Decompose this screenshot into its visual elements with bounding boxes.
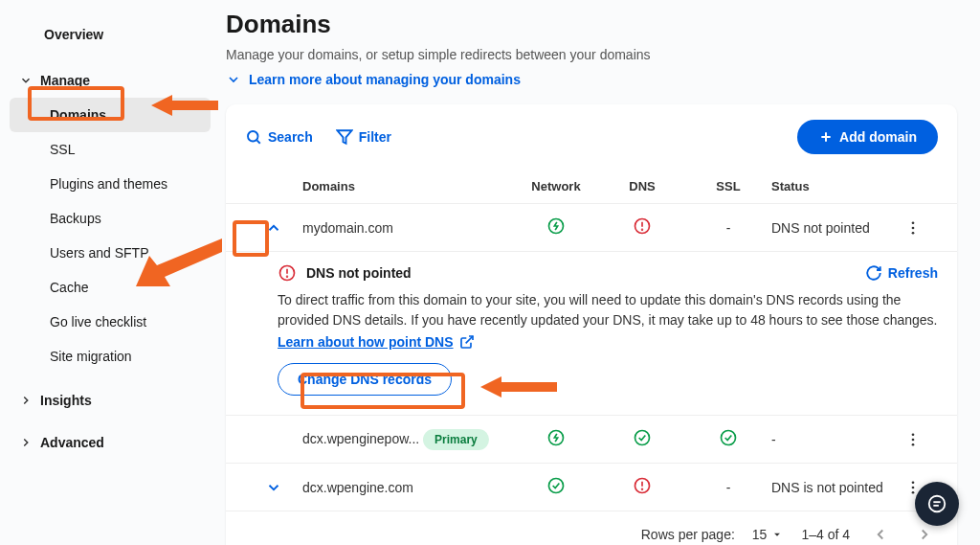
ssl-status (685, 428, 771, 450)
table-row: dcx.wpengine.com - DNS is not pointed (226, 463, 957, 511)
learn-more-link[interactable]: Learn more about managing your domains (226, 72, 521, 87)
check-circle-icon (719, 428, 738, 447)
dns-status (599, 428, 685, 450)
svg-point-18 (722, 431, 736, 445)
svg-marker-29 (774, 534, 780, 536)
domain-name: dcx.wpenginepow... Primary (302, 429, 513, 450)
svg-point-10 (912, 226, 915, 229)
prev-page-button[interactable] (867, 521, 894, 545)
table-row: mydomain.com - DNS not pointed (226, 203, 957, 251)
sidebar-item-ssl[interactable]: SSL (10, 132, 211, 167)
svg-point-8 (642, 229, 643, 230)
sidebar-item-migration[interactable]: Site migration (10, 339, 211, 374)
collapse-row-button[interactable] (260, 215, 287, 241)
svg-point-25 (642, 488, 643, 489)
svg-point-26 (912, 481, 915, 484)
table-pagination: Rows per page: 15 1–4 of 4 (226, 511, 957, 545)
col-dns: DNS (599, 179, 685, 193)
more-vertical-icon (904, 219, 922, 237)
svg-point-21 (912, 443, 915, 445)
chevron-down-icon (226, 72, 241, 87)
svg-line-15 (465, 336, 472, 343)
sidebar-item-golive[interactable]: Go live checklist (10, 305, 211, 339)
row-menu-button[interactable] (900, 215, 926, 241)
chevron-up-icon (265, 219, 282, 237)
panel-text: To direct traffic from this domain to yo… (278, 290, 938, 330)
refresh-button[interactable]: Refresh (865, 264, 938, 282)
svg-point-27 (912, 486, 915, 488)
domain-name: dcx.wpengine.com (302, 480, 513, 495)
sidebar-category-insights[interactable]: Insights (10, 383, 211, 418)
check-circle-icon (633, 428, 652, 447)
chat-fab[interactable] (915, 482, 959, 526)
primary-badge: Primary (423, 429, 489, 450)
panel-title: DNS not pointed (306, 265, 412, 281)
network-status (513, 428, 599, 450)
add-domain-button[interactable]: Add domain (797, 120, 938, 154)
bolt-circle-icon (546, 428, 566, 447)
col-network: Network (513, 179, 599, 193)
col-domains: Domains (302, 179, 513, 193)
sidebar-item-cache[interactable]: Cache (10, 270, 211, 305)
svg-line-1 (256, 140, 259, 143)
svg-marker-2 (337, 130, 351, 144)
learn-dns-link[interactable]: Learn about how point DNS (278, 334, 475, 350)
ssl-status: - (685, 220, 771, 236)
svg-point-17 (635, 431, 650, 445)
bolt-circle-icon (546, 216, 566, 236)
change-dns-button[interactable]: Change DNS records (278, 363, 452, 396)
row-menu-button[interactable] (900, 426, 926, 453)
chat-icon (926, 493, 947, 514)
rows-per-page-select[interactable]: 15 (752, 527, 785, 542)
sidebar-item-backups[interactable]: Backups (10, 201, 211, 236)
sidebar-item-domains[interactable]: Domains (10, 98, 211, 132)
col-ssl: SSL (685, 179, 771, 193)
alert-circle-icon (633, 476, 652, 495)
domain-name: mydomain.com (302, 220, 513, 236)
sidebar-item-plugins[interactable]: Plugins and themes (10, 167, 211, 201)
check-circle-icon (546, 476, 566, 495)
svg-point-11 (912, 231, 915, 234)
search-button[interactable]: Search (245, 128, 313, 146)
svg-point-9 (912, 221, 915, 224)
chevron-down-icon (265, 479, 282, 496)
status-text: DNS not pointed (771, 220, 900, 236)
dns-status (599, 216, 685, 238)
filter-icon (336, 128, 353, 146)
svg-point-19 (912, 433, 915, 436)
svg-point-20 (912, 438, 915, 441)
sidebar-category-advanced[interactable]: Advanced (10, 425, 211, 460)
chevron-right-icon (19, 394, 33, 407)
svg-point-33 (929, 496, 946, 512)
table-header: Domains Network DNS SSL Status (226, 170, 957, 203)
sidebar-item-users[interactable]: Users and SFTP (10, 236, 211, 270)
sidebar-category-manage[interactable]: Manage (10, 63, 211, 98)
search-icon (245, 128, 262, 146)
status-text: - (771, 432, 900, 447)
svg-point-28 (912, 490, 915, 493)
network-status (513, 476, 599, 498)
ssl-status: - (685, 480, 771, 495)
page-range: 1–4 of 4 (801, 527, 850, 542)
alert-circle-icon (278, 263, 297, 283)
caret-down-icon (770, 528, 784, 541)
plus-icon (818, 129, 834, 145)
chevron-right-icon (19, 436, 33, 449)
filter-button[interactable]: Filter (336, 128, 391, 146)
expand-row-button[interactable] (260, 474, 287, 501)
svg-point-14 (287, 276, 288, 277)
chevron-left-icon (872, 526, 889, 543)
dns-panel: DNS not pointed Refresh To direct traffi… (226, 251, 957, 415)
status-text: DNS is not pointed (771, 480, 900, 495)
more-vertical-icon (904, 431, 922, 448)
table-row: dcx.wpenginepow... Primary - (226, 415, 957, 463)
network-status (513, 216, 599, 238)
page-subtitle: Manage your domains, or setup simple red… (226, 47, 957, 62)
page-title: Domains (226, 10, 957, 39)
alert-circle-icon (633, 216, 652, 236)
domains-card: Search Filter Add domain Domains Network… (226, 104, 957, 545)
external-link-icon (459, 334, 475, 350)
chevron-right-icon (916, 526, 933, 543)
sidebar-item-overview[interactable]: Overview (10, 17, 211, 52)
rows-per-page-label: Rows per page: (641, 527, 735, 542)
